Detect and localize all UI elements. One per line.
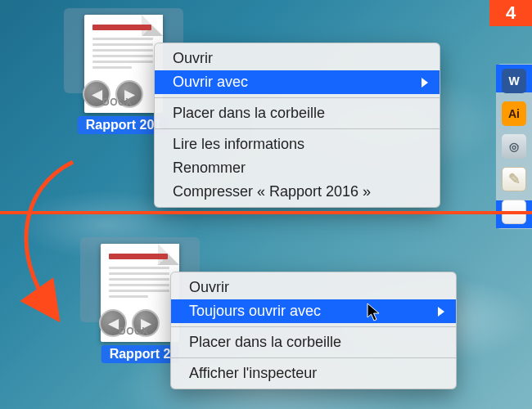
file-ext-badge: DOCX [102, 97, 133, 108]
cursor-icon [367, 303, 381, 322]
menu-separator [155, 97, 440, 98]
menu-item-label: Ouvrir avec [173, 74, 248, 90]
document-sheet: ◀ ▶ DOCX [84, 15, 163, 113]
menu-item-compress[interactable]: Compresser « Rapport 2016 » [155, 180, 440, 204]
app-textedit-icon[interactable]: ✎ [502, 167, 526, 191]
app-word-icon[interactable]: W [502, 69, 526, 93]
menu-item-label: Toujours ouvrir avec [189, 303, 321, 319]
document-sheet: ◀ ▶ DOCX [101, 244, 179, 342]
submenu-arrow-icon [438, 307, 444, 317]
open-with-submenu-dock: W Ai ◎ ✎ [496, 64, 532, 229]
menu-item-trash[interactable]: Placer dans la corbeille [155, 101, 440, 125]
context-menu-bottom: Ouvrir Toujours ouvrir avec Placer dans … [170, 272, 457, 389]
menu-separator [171, 357, 456, 358]
app-preview-icon[interactable]: ◎ [502, 134, 526, 159]
desktop-stage: 4 ◀ ▶ DOCX Rapport 201 Ouvrir Ouvrir ave… [0, 0, 532, 409]
file-ext-badge: DOCX [119, 326, 149, 337]
submenu-arrow-icon [422, 78, 428, 88]
menu-item-trash[interactable]: Placer dans la corbeille [171, 330, 456, 354]
menu-item-open[interactable]: Ouvrir [155, 47, 440, 70]
menu-item-open[interactable]: Ouvrir [171, 276, 456, 299]
menu-item-show-inspector[interactable]: Afficher l'inspecteur [171, 362, 456, 385]
app-illustrator-icon[interactable]: Ai [502, 101, 526, 126]
menu-separator [171, 326, 456, 327]
menu-item-get-info[interactable]: Lire les informations [155, 133, 440, 156]
menu-item-open-with[interactable]: Ouvrir avec [155, 70, 440, 94]
menu-item-rename[interactable]: Renommer [155, 156, 440, 180]
menu-item-always-open-with[interactable]: Toujours ouvrir avec [171, 299, 456, 323]
context-menu-top: Ouvrir Ouvrir avec Placer dans la corbei… [154, 43, 440, 208]
step-badge: 4 [489, 0, 532, 26]
file-label-bottom[interactable]: Rapport 2 [101, 345, 179, 363]
menu-separator [155, 128, 440, 129]
